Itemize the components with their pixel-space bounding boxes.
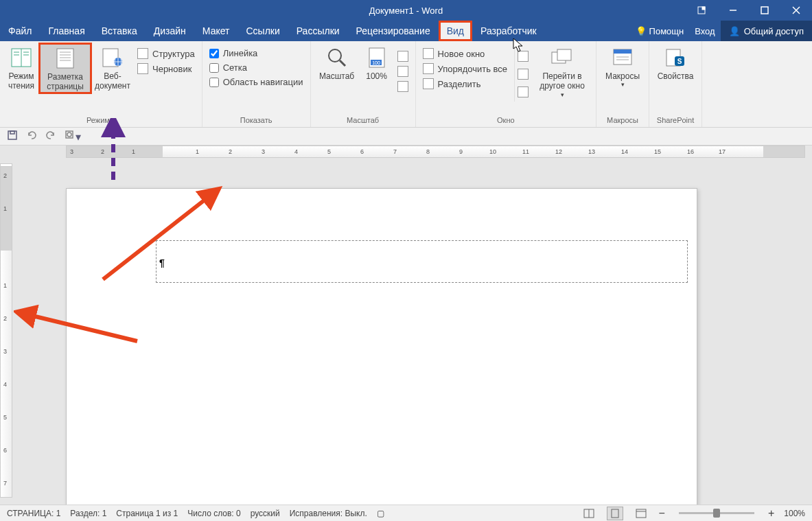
read-mode-view-icon[interactable]	[581, 507, 597, 520]
tab-insert[interactable]: Вставка	[93, 21, 146, 41]
vertical-ruler[interactable]: 21 1234567	[0, 166, 12, 498]
ribbon-display-options-icon[interactable]	[686, 0, 717, 21]
reset-window-button[interactable]	[518, 86, 529, 97]
tab-design[interactable]: Дизайн	[146, 21, 194, 41]
lightbulb-icon: 💡	[636, 26, 647, 36]
group-macros: Макросы▾ Макросы	[596, 41, 649, 127]
view-side-by-side-button[interactable]	[518, 51, 529, 62]
document-page[interactable]: ¶	[66, 188, 697, 518]
gridlines-checkbox[interactable]: Сетка	[209, 62, 303, 73]
tab-file[interactable]: Файл	[0, 21, 40, 41]
status-bar: СТРАНИЦА: 1 Раздел: 1 Страница 1 из 1 Чи…	[0, 505, 812, 521]
maximize-button[interactable]	[749, 0, 780, 21]
share-button[interactable]: 👤Общий доступ	[721, 21, 812, 41]
share-icon: 👤	[729, 26, 740, 36]
close-button[interactable]	[780, 0, 812, 21]
one-page-button[interactable]	[397, 51, 408, 62]
svg-rect-33	[8, 131, 16, 139]
tab-references[interactable]: Ссылки	[237, 21, 288, 41]
web-layout-icon	[102, 47, 124, 69]
minimize-button[interactable]	[717, 0, 749, 21]
redo-icon[interactable]	[45, 130, 56, 143]
macros-icon	[612, 47, 634, 69]
page-width-icon	[397, 81, 408, 92]
status-page[interactable]: СТРАНИЦА: 1	[7, 509, 60, 518]
sync-scroll-icon	[518, 69, 529, 80]
tab-review[interactable]: Рецензирование	[348, 21, 439, 41]
ribbon-view: Режим чтения Разметка страницы Веб-докум…	[0, 41, 812, 128]
text-box[interactable]	[156, 240, 688, 283]
one-page-icon	[397, 51, 408, 62]
properties-icon: S	[664, 47, 686, 69]
tell-me[interactable]: 💡Помощн	[630, 26, 690, 36]
document-title: Документ1 - Word	[369, 5, 443, 16]
quick-access-toolbar: ▾	[0, 128, 812, 146]
group-window: Новое окно Упорядочить все Разделить Пер…	[416, 41, 596, 127]
new-window-icon	[423, 48, 434, 59]
read-mode-icon	[10, 47, 32, 69]
read-mode-button[interactable]: Режим чтения	[4, 44, 38, 91]
ruler-checkbox[interactable]: Линейка	[209, 48, 303, 58]
qat-customize-icon[interactable]: ▾	[65, 130, 81, 143]
sign-in[interactable]: Вход	[689, 26, 720, 36]
svg-rect-25	[557, 49, 571, 60]
tab-view[interactable]: Вид	[439, 21, 472, 41]
tab-developer[interactable]: Разработчик	[472, 21, 545, 41]
outline-icon	[137, 48, 148, 59]
new-window-button[interactable]: Новое окно	[423, 48, 507, 59]
undo-icon[interactable]	[26, 130, 37, 143]
switch-windows-button[interactable]: Перейти вдругое окно▾	[533, 44, 592, 99]
svg-point-36	[67, 132, 71, 137]
split-button[interactable]: Разделить	[423, 78, 507, 89]
switch-windows-icon	[551, 47, 573, 69]
outline-button[interactable]: Структура	[137, 48, 195, 59]
arrange-all-button[interactable]: Упорядочить все	[423, 63, 507, 74]
status-section[interactable]: Раздел: 1	[70, 509, 106, 518]
svg-text:S: S	[677, 58, 682, 65]
nav-pane-checkbox[interactable]: Область навигации	[209, 77, 303, 87]
status-language[interactable]: русский	[251, 509, 280, 518]
status-page-of[interactable]: Страница 1 из 1	[116, 509, 178, 518]
sync-scroll-button[interactable]	[518, 69, 529, 80]
paragraph-mark: ¶	[159, 257, 165, 268]
multi-page-button[interactable]	[397, 66, 408, 77]
group-show: Линейка Сетка Область навигации Показать	[202, 41, 311, 127]
split-icon	[423, 78, 434, 89]
workspace: L 321 1234567891011121314151617 21 12345…	[0, 146, 812, 505]
status-track-changes[interactable]: Исправления: Выкл.	[290, 509, 367, 518]
web-layout-view-icon[interactable]	[633, 507, 649, 520]
web-layout-button[interactable]: Веб-документ	[92, 44, 133, 91]
group-views: Режим чтения Разметка страницы Веб-докум…	[0, 41, 202, 127]
zoom-out-button[interactable]: −	[659, 507, 665, 520]
svg-rect-34	[10, 131, 14, 134]
zoom-in-button[interactable]: +	[768, 507, 774, 520]
page-100-icon: 100	[366, 47, 388, 69]
svg-line-20	[340, 60, 345, 66]
side-by-side-icon	[518, 51, 529, 62]
group-zoom: Масштаб 100 100% Масштаб	[311, 41, 416, 127]
tab-home[interactable]: Главная	[40, 21, 93, 41]
draft-button[interactable]: Черновик	[137, 63, 195, 74]
properties-button[interactable]: S Свойства	[653, 44, 697, 81]
print-layout-button[interactable]: Разметка страницы	[40, 44, 91, 93]
tab-mailings[interactable]: Рассылки	[288, 21, 348, 41]
zoom-button[interactable]: Масштаб	[315, 44, 359, 81]
page-width-button[interactable]	[397, 81, 408, 92]
tab-layout[interactable]: Макет	[194, 21, 238, 41]
zoom-level[interactable]: 100%	[784, 509, 805, 518]
status-word-count[interactable]: Число слов: 0	[187, 509, 240, 518]
zoom-slider[interactable]	[679, 512, 754, 514]
svg-rect-27	[614, 49, 631, 54]
horizontal-ruler[interactable]: 321 1234567891011121314151617	[66, 146, 805, 158]
svg-rect-3	[761, 7, 768, 14]
print-layout-view-icon[interactable]	[607, 507, 623, 520]
save-icon[interactable]	[7, 130, 18, 143]
reset-window-icon	[518, 86, 529, 97]
magnifier-icon	[326, 47, 348, 69]
macro-record-icon[interactable]: ▢	[377, 509, 384, 518]
zoom-100-button[interactable]: 100 100%	[360, 44, 393, 81]
ribbon-tabs: Файл Главная Вставка Дизайн Макет Ссылки…	[0, 21, 812, 41]
svg-rect-1	[702, 7, 705, 10]
draft-icon	[137, 63, 148, 74]
macros-button[interactable]: Макросы▾	[601, 44, 645, 89]
